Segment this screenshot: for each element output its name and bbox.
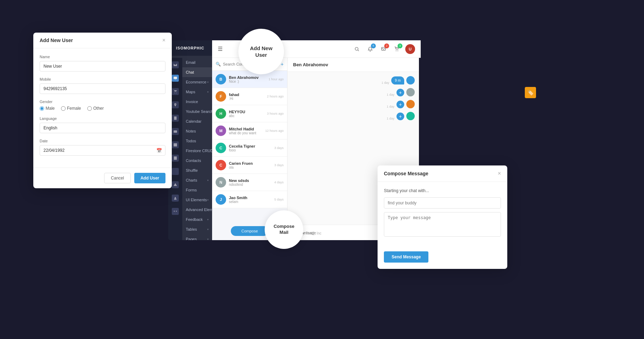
sidebar-icon-youtube[interactable] [172,128,179,135]
buddy-search-input[interactable] [384,197,501,209]
sidebar-icon-contacts[interactable] [172,195,179,202]
language-group: Language English [40,116,165,133]
sidebar-item-youtube-label: Youtube Search [186,109,212,114]
sidebar-item-contacts[interactable]: Contacts [182,156,212,165]
sidebar-icon-notes[interactable] [172,155,179,162]
message-row: 1 day + [292,112,415,120]
contact-time: 12 hours ago [265,129,284,133]
sidebar-icon-email[interactable] [172,61,179,68]
sidebar-item-chat[interactable]: Chat [182,67,212,77]
sidebar-item-advanced[interactable]: Advanced Elements ▾ [182,205,212,215]
search-button[interactable] [352,44,362,54]
name-group: Name [40,55,165,72]
sidebar-icon-calendar[interactable] [172,141,179,148]
date-input[interactable] [40,145,165,156]
gender-male-option[interactable]: Male [40,106,55,111]
sidebar-item-ui[interactable]: UI Elements ▾ [182,195,212,205]
sidebar-icon-todos[interactable] [172,168,179,175]
sidebar-item-email[interactable]: Email [182,57,212,67]
gender-other-radio[interactable] [87,106,92,111]
sidebar-item-charts[interactable]: Charts ▾ [182,175,212,185]
sidebar-item-feedback[interactable]: Feedback ▾ [182,215,212,224]
contact-avatar: J [216,194,226,205]
compose-dialog-close-button[interactable]: × [498,170,501,177]
dialog-close-button[interactable]: × [162,38,165,43]
message-row: 1 day + [292,88,415,96]
contact-item[interactable]: N New sdsds ndssIknd 4 days [212,174,287,191]
messages-badge: 2 [384,43,389,48]
sidebar-item-forms[interactable]: Forms [182,185,212,195]
contact-item[interactable]: F fahad :Hi 2 hours ago [212,88,287,105]
contact-avatar: C [216,160,226,170]
sidebar-item-shuffle[interactable]: Shuffle [182,165,212,175]
sidebar-item-notes-label: Notes [186,129,196,133]
user-avatar[interactable]: U [405,44,415,54]
hamburger-icon[interactable]: ☰ [218,46,223,52]
chevron-down-icon: ▾ [207,179,209,182]
sidebar-item-shuffle-label: Shuffle [186,168,198,172]
gender-other-option[interactable]: Other [87,106,104,111]
send-message-button[interactable]: Send Message [384,251,428,263]
gender-female-radio[interactable] [61,106,66,111]
add-message-button[interactable]: + [396,113,404,120]
sidebar-item-pages-label: Pages [186,237,197,240]
sidebar-item-tables[interactable]: Tables ▾ [182,224,212,234]
search-icon: 🔍 [216,62,221,67]
notifications-button[interactable]: 5 [365,44,375,54]
gender-male-radio[interactable] [40,106,44,111]
sidebar-item-notes[interactable]: Notes [182,126,212,136]
gender-male-label: Male [46,106,55,111]
name-input[interactable] [40,61,165,72]
contact-item[interactable]: B Ben Abrahomov Nice :) 1 hour ago [212,71,287,88]
message-avatar [406,76,415,84]
compose-button[interactable]: Compose [231,226,268,236]
contact-item[interactable]: J Jao Smith selam 5 days [212,191,287,208]
sidebar-item-invoice[interactable]: Invoice [182,97,212,107]
sidebar-item-ecommerce[interactable]: Ecommerce ▾ [182,77,212,87]
message-textarea[interactable] [384,212,501,237]
compose-mail-label: Compose Mail [273,224,294,236]
add-message-button[interactable]: + [396,101,404,108]
sidebar-icon-maps[interactable] [172,101,179,108]
sidebar-icon-shuffle[interactable] [172,208,179,215]
compose-dialog-footer: Send Message [378,248,507,269]
compose-subtitle: Starting your chat with... [384,188,501,193]
add-user-button[interactable]: Add User [134,173,165,183]
mobile-input[interactable] [40,83,165,94]
contact-item[interactable]: C Carien Fruen ola 3 days [212,157,287,174]
sidebar-item-email-label: Email [186,60,196,65]
contact-item[interactable]: H HEYYOU abc 3 hours ago [212,105,287,122]
sidebar-icon-ecommerce[interactable] [172,88,179,95]
sidebar-item-calendar[interactable]: Calendar [182,116,212,126]
contact-avatar: M [216,126,226,136]
sidebar-item-pages[interactable]: Pages ▾ [182,234,212,240]
contact-item[interactable]: M Mitchel Hadid what do you want 12 hour… [212,122,287,140]
contact-avatar: B [216,74,226,84]
sidebar-icon-invoice[interactable] [172,115,179,122]
cart-button[interactable]: 3 [392,44,402,54]
contact-name: Mitchel Hadid [229,127,262,131]
message-time: 1 day [387,117,394,120]
dialog-header: Add New User × [33,33,172,48]
sidebar-item-youtube[interactable]: Youtube Search [182,107,212,116]
chevron-down-icon: ▾ [207,228,209,231]
sidebar-item-todos[interactable]: Todos [182,136,212,146]
sidebar: ISOMORPHIC [168,40,212,240]
contact-last-message: ndssIknd [229,183,271,187]
sidebar-icon-firestore[interactable] [172,181,179,188]
add-message-button[interactable]: + [396,89,404,96]
sidebar-icon-chat[interactable] [172,75,179,82]
svg-point-12 [398,50,398,51]
chevron-down-icon: ▾ [207,218,209,221]
sidebar-item-maps[interactable]: Maps ▾ [182,87,212,97]
cancel-button[interactable]: Cancel [104,173,130,183]
language-select[interactable]: English [40,123,165,133]
sidebar-item-firestore[interactable]: Firestore CRUD ▾ [182,146,212,156]
contact-item[interactable]: C Cecelia Tigner fooo 3 days [212,140,287,157]
messages-button[interactable]: 2 [379,44,388,54]
contact-time: 3 days [274,163,284,167]
language-label: Language [40,116,165,121]
gender-female-option[interactable]: Female [61,106,81,111]
contact-time: 4 days [274,181,284,184]
contact-name: Ben Abrahomov [229,75,266,80]
